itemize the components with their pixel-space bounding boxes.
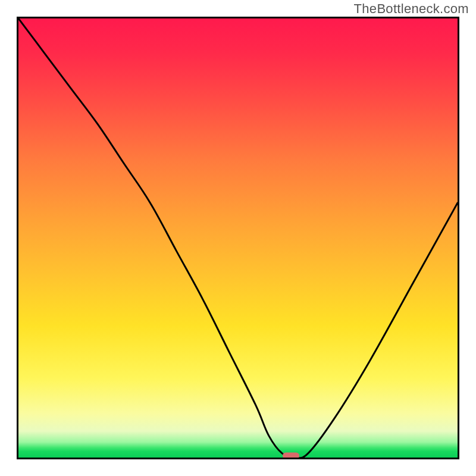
optimal-marker [283, 453, 299, 459]
watermark-text: TheBottleneck.com [354, 1, 469, 17]
curve-path [18, 18, 458, 458]
bottleneck-chart: TheBottleneck.com [0, 0, 476, 476]
curve-layer [18, 18, 458, 458]
plot-area [17, 17, 459, 459]
